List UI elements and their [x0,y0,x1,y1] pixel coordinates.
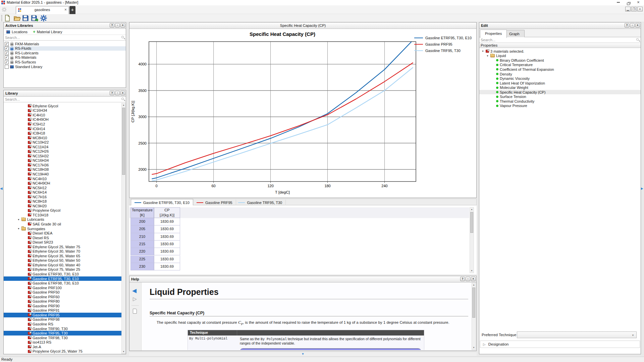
library-item[interactable]: IC5H12 [4,122,121,126]
temperature-cell[interactable]: 205 [130,225,154,233]
library-item[interactable]: NC5H12 [4,186,121,190]
library-item[interactable]: iso4113 RS [4,340,121,345]
library-item[interactable]: Gasoline PRF98 [4,317,121,322]
library-search-input[interactable] [4,97,126,102]
library-item[interactable]: SAE Grade 30 oil [4,222,121,226]
tab-close-icon[interactable]: × [64,7,67,12]
library-scrollbar[interactable]: ▲ ▼ [121,103,126,354]
tab-gasolines[interactable]: gasolines × [16,6,69,14]
library-item[interactable]: Gasoline PRF60 [4,295,121,299]
library-item[interactable]: Gasoline TRF98, T30 [4,335,121,340]
splitter-expand-chevron[interactable]: ▼ [129,352,477,356]
materials-root-node[interactable]: ▼3 materials selected. [479,49,641,54]
library-item[interactable]: IC6H14 [4,126,121,131]
help-icon[interactable]: ? [460,277,465,281]
float-icon[interactable]: ▫ [115,91,120,95]
property-item[interactable]: Coefficient of Thermal Expansion [479,67,641,72]
library-item[interactable]: Diesel RS [4,236,121,240]
close-icon[interactable]: × [635,23,640,28]
temperature-column-header[interactable]: Temperature[K] [130,207,154,218]
close-icon[interactable]: × [120,23,125,28]
library-item[interactable]: NC11H24 [4,145,121,149]
active-library-row[interactable]: ✓RS-Lubricants [4,51,126,55]
library-item[interactable]: Gasoline PRF95 [4,313,121,317]
edit-search[interactable] [479,37,641,43]
library-item[interactable]: ▼Lubricants [4,217,121,222]
library-item[interactable]: Diesel SR23 [4,240,121,245]
library-item[interactable]: ▼Surrogates [4,226,121,231]
library-item[interactable]: Ethylene Glycol 60, Water 40 [4,263,121,267]
float-icon[interactable]: ▫ [466,277,470,281]
nav-forward-icon[interactable]: ▷ [133,296,137,302]
temperature-cell[interactable]: 215 [130,241,154,248]
property-item[interactable]: Vapour Pressure [479,104,641,108]
mdi-restore-button[interactable]: ❒ [631,7,637,11]
library-item[interactable]: Ethylene Glycol 25, Water 75 [4,245,121,249]
library-item[interactable]: Jet-A [4,345,121,349]
temperature-cell[interactable]: 200 [130,218,154,225]
open-file-icon[interactable] [13,15,20,21]
library-item[interactable]: Propylene Glycol 25, Water 75 [4,349,121,354]
scroll-up-icon[interactable]: ▲ [122,103,125,107]
preferred-technique-dropdown[interactable]: ▼ [517,331,637,338]
library-item[interactable]: NC12H26 [4,149,121,154]
library-item[interactable]: Ethylene Glycol 30, Water 70 [4,249,121,254]
active-libraries-search[interactable] [4,35,126,41]
temperature-cell[interactable]: 225 [130,256,154,263]
library-item[interactable]: Gasoline ETRF95, T30, E10 [4,276,121,281]
mdi-close-button[interactable]: × [637,7,643,11]
library-item[interactable]: NC6H14 [4,190,121,195]
library-item[interactable]: NC15H32 [4,154,121,158]
active-library-row[interactable]: Standard Library [4,64,126,69]
scroll-down-icon[interactable]: ▼ [472,346,476,350]
library-item[interactable]: Ethylene Glycol 75, Water 25 [4,267,121,272]
help-icon[interactable]: ? [625,23,629,28]
library-item[interactable]: Propylene Glycol [4,208,121,213]
active-library-row[interactable]: ✓RS-Fluids [4,46,126,51]
library-item[interactable]: Ethylene Glycol 50, Water 50 [4,258,121,263]
library-item[interactable]: NC19H40 [4,172,121,176]
property-item[interactable]: Molecular Weight [479,85,641,90]
library-item[interactable]: Gasoline PRF80 [4,299,121,304]
close-icon[interactable]: × [471,277,476,281]
library-item[interactable]: IC4H10 [4,113,121,117]
active-library-row[interactable]: ✓RS-Surfaces [4,60,126,64]
nav-back-icon[interactable]: ◀ [132,287,137,294]
library-item[interactable]: NC4H9OH [4,181,121,186]
active-library-row[interactable]: ✓RS-Materials [4,55,126,60]
edit-search-input[interactable] [479,37,641,43]
property-item[interactable]: Surface Tension [479,94,641,99]
library-item[interactable]: Gasoline TRF90, T30 [4,326,121,331]
cp-cell[interactable]: 1830.69 [154,241,180,248]
float-icon[interactable]: ▫ [115,23,120,28]
library-item[interactable]: IC16H34 [4,108,121,113]
active-libraries-search-input[interactable] [4,35,126,40]
library-item[interactable]: NC4H10 [4,176,121,181]
locations-button[interactable]: Locations [6,30,28,34]
collapse-left-arrow-icon[interactable]: ◀ [0,187,3,190]
series-tab[interactable]: Gasoline TRF95, T30 [235,200,286,206]
liquid-group-node[interactable]: ▼Liquid [479,54,641,58]
cp-chart[interactable]: 06012018024020002500300035004000Specific… [129,29,476,197]
cp-cell[interactable]: 1830.69 [154,218,180,225]
scrollbar-thumb[interactable] [122,108,125,175]
save-as-icon[interactable] [31,15,38,21]
checkbox[interactable]: ✓ [5,51,9,55]
library-item[interactable]: Ethylene Glycol [4,104,121,108]
new-file-icon[interactable] [4,15,11,21]
library-item[interactable]: NC9H20 [4,204,121,208]
library-item[interactable]: Gasoline RS [4,322,121,326]
edit-header[interactable]: Edit ? ▫ × [479,22,641,29]
help-header[interactable]: Help ? ▫ × [129,276,476,282]
active-libraries-header[interactable]: Active Libraries ? ▫ × [4,22,126,29]
library-item[interactable]: Gasoline ETRF90, T30, E10 [4,272,121,276]
library-item[interactable]: NC17H36 [4,163,121,167]
library-item[interactable]: Ethylene Glycol 35, Water 65 [4,254,121,258]
help-icon[interactable]: ? [110,23,114,28]
designation-section[interactable]: ▷Designation [480,341,640,348]
scroll-down-icon[interactable]: ▼ [470,269,474,273]
property-item[interactable]: Thermal Conductivity [479,99,641,104]
close-icon[interactable]: × [120,91,125,95]
help-icon[interactable]: ? [110,91,114,95]
scroll-down-icon[interactable]: ▼ [122,350,125,354]
